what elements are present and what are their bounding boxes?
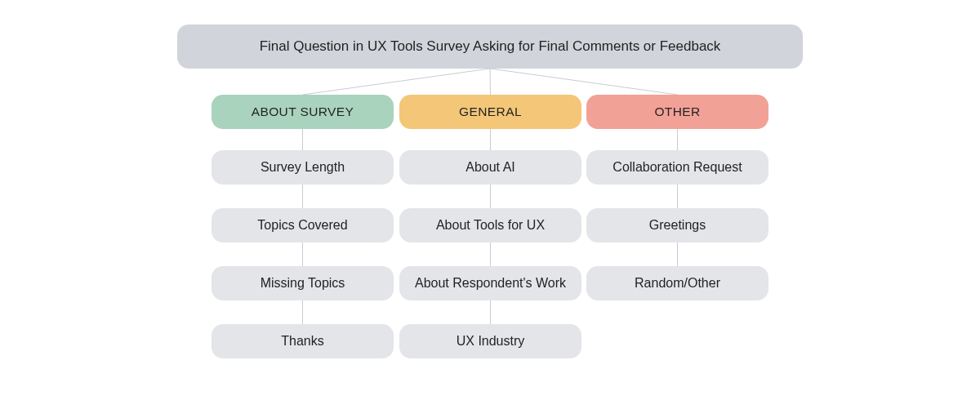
leaf-other-2: Random/Other [586,266,768,300]
leaf-general-2: About Respondent's Work [399,266,581,300]
leaf-other-1: Greetings [586,208,768,242]
leaf-about_survey-0: Survey Length [212,150,394,185]
category-about_survey: ABOUT SURVEY [212,95,394,129]
svg-line-10 [490,69,678,95]
leaf-other-0: Collaboration Request [586,150,768,185]
category-other: OTHER [586,95,768,129]
leaf-general-1: About Tools for UX [399,208,581,242]
leaf-about_survey-2: Missing Topics [212,266,394,300]
leaf-about_survey-1: Topics Covered [212,208,394,242]
svg-line-0 [303,69,491,95]
root-node: Final Question in UX Tools Survey Asking… [177,24,803,69]
leaf-general-3: UX Industry [399,324,581,358]
svg-line-5 [490,69,491,95]
category-general: GENERAL [399,95,581,129]
diagram-canvas: Final Question in UX Tools Survey Asking… [0,0,980,418]
leaf-general-0: About AI [399,150,581,185]
leaf-about_survey-3: Thanks [212,324,394,358]
